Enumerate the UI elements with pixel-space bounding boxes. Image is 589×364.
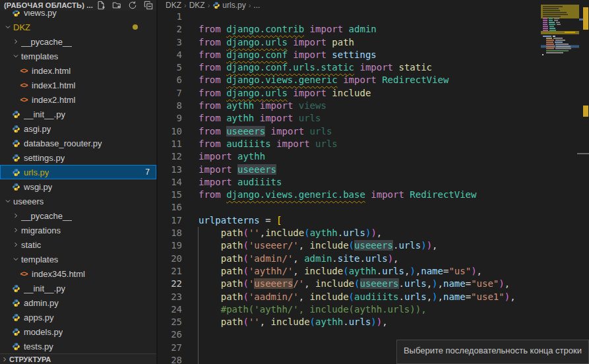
- python-file-icon: [11, 181, 21, 192]
- tree-item-wsgi-py[interactable]: wsgi.py: [0, 179, 156, 194]
- tree-item-templates[interactable]: templates: [0, 252, 156, 266]
- code-text: from aythh import views: [199, 100, 326, 112]
- python-file-icon: [212, 1, 220, 9]
- code-text: from django.urls import include: [199, 87, 371, 100]
- breadcrumb-label: DKZ: [166, 1, 181, 10]
- tree-item--init-py[interactable]: __init__.py: [0, 281, 156, 295]
- collapse-all-icon[interactable]: [143, 0, 154, 11]
- html-file-icon: <>: [18, 65, 29, 76]
- tree-item-apps-py[interactable]: apps.py: [0, 310, 156, 324]
- outline-section-header[interactable]: СТРУКТУРА: [0, 353, 156, 364]
- tree-item-static[interactable]: static: [0, 237, 156, 252]
- tree-item-templates[interactable]: templates: [0, 49, 156, 63]
- code-line-22[interactable]: 22 path('useeers/', include(useeers.urls…: [159, 278, 589, 290]
- tree-item-migrations[interactable]: migrations: [0, 223, 156, 237]
- workspace-title: (РАБОЧАЯ ОБЛАСТЬ) ...: [4, 1, 93, 9]
- line-number: 10: [159, 125, 182, 138]
- chevron-right-icon: [11, 239, 21, 250]
- html-file-icon: <>: [18, 268, 29, 279]
- tree-item-urls-py[interactable]: urls.py7: [0, 165, 156, 179]
- minimap[interactable]: [541, 2, 579, 76]
- breadcrumb-label: ...: [253, 1, 260, 10]
- code-line-13[interactable]: 13import useeers: [159, 164, 589, 176]
- tree-item-admin-py[interactable]: admin.py: [0, 295, 156, 310]
- code-text: path('',include(aythh.urls)),: [199, 227, 382, 239]
- tree-item-label: database_roouter.py: [24, 138, 102, 148]
- tree-item-database-roouter-py[interactable]: database_roouter.py: [0, 136, 156, 150]
- tree-item-label: __pycache__: [21, 211, 72, 221]
- tree-item-label: tests.py: [24, 342, 53, 351]
- code-line-25[interactable]: 25 path('', include(aythh.urls)),: [159, 316, 589, 328]
- breadcrumb-label: urls.py: [222, 1, 245, 10]
- code-line-6[interactable]: 6from django.views.generic import Redire…: [159, 74, 589, 86]
- ruler-warning-mark: [583, 7, 588, 30]
- line-number: 24: [159, 303, 182, 316]
- code-line-2[interactable]: 2from django.contrib import admin: [159, 23, 589, 36]
- python-file-icon: [11, 326, 21, 337]
- line-number: 28: [159, 354, 182, 364]
- code-text: path('aadmin/', include(audiiits.urls,),…: [199, 291, 516, 303]
- tree-item-settings-py[interactable]: settings.py: [0, 150, 156, 165]
- code-area[interactable]: 12from django.contrib import admin3from …: [159, 11, 589, 364]
- editor-pane: DKZ›DKZ›urls.py›... 12from django.contri…: [159, 0, 589, 364]
- chevron-right-icon: [11, 225, 21, 235]
- new-folder-icon[interactable]: [111, 0, 122, 11]
- tree-item--init-py[interactable]: __init__.py: [0, 107, 156, 121]
- tree-item--pycache-[interactable]: __pycache__: [0, 208, 156, 223]
- line-number: 7: [159, 87, 182, 100]
- line-number: 26: [159, 328, 182, 341]
- code-line-12[interactable]: 12import aythh: [159, 150, 589, 163]
- code-line-16[interactable]: 16: [159, 201, 589, 214]
- overview-ruler[interactable]: [579, 0, 589, 364]
- code-line-5[interactable]: 5from django.conf.urls.static import sta…: [159, 61, 589, 74]
- tree-item-label: DKZ: [13, 22, 30, 32]
- tree-item-index345-html[interactable]: <>index345.html: [0, 266, 156, 281]
- code-line-19[interactable]: 19 path('useeer/', include(useeers.urls)…: [159, 239, 589, 252]
- code-line-15[interactable]: 15from django.views.generic.base import …: [159, 189, 589, 201]
- modified-dot-badge: [133, 24, 138, 30]
- breadcrumb-item[interactable]: DKZ: [189, 1, 205, 10]
- code-line-14[interactable]: 14import audiiits: [159, 176, 589, 189]
- code-line-1[interactable]: 1: [159, 11, 589, 23]
- python-file-icon: [11, 341, 21, 351]
- code-line-7[interactable]: 7from django.urls import include: [159, 87, 589, 100]
- code-line-10[interactable]: 10from useeers import urls: [159, 125, 589, 138]
- tree-item-index1-html[interactable]: <>index1.html: [0, 78, 156, 92]
- code-line-8[interactable]: 8from aythh import views: [159, 100, 589, 112]
- tree-item-dkz[interactable]: DKZ: [0, 20, 156, 34]
- code-line-24[interactable]: 24 #path('aythh/', include(aythh.urls)),: [159, 303, 589, 316]
- tree-item-label: index1.html: [32, 80, 75, 90]
- code-line-9[interactable]: 9from aythh import urls: [159, 112, 589, 125]
- line-number: 15: [159, 189, 182, 201]
- tree-item-models-py[interactable]: models.py: [0, 324, 156, 339]
- code-line-3[interactable]: 3from django.urls import path: [159, 36, 589, 49]
- code-line-4[interactable]: 4from django.conf import settings: [159, 49, 589, 61]
- refresh-icon[interactable]: [127, 0, 138, 11]
- breadcrumb-item[interactable]: urls.py: [212, 1, 245, 10]
- tree-item-label: static: [21, 240, 41, 250]
- breadcrumb-item[interactable]: ...: [253, 1, 260, 10]
- tree-item-index-html[interactable]: <>index.html: [0, 63, 156, 78]
- python-file-icon: [11, 167, 21, 177]
- vscode-window: views.pyDKZ__pycache__templates<>index.h…: [0, 0, 589, 364]
- line-number: 12: [159, 150, 182, 163]
- tree-item--pycache-[interactable]: __pycache__: [0, 34, 156, 49]
- tree-item-asgi-py[interactable]: asgi.py: [0, 121, 156, 136]
- code-line-20[interactable]: 20 path('admin/', admin.site.urls),: [159, 253, 589, 265]
- code-line-23[interactable]: 23 path('aadmin/', include(audiiits.urls…: [159, 291, 589, 303]
- line-number: 19: [159, 239, 182, 252]
- tree-item-tests-py[interactable]: tests.py: [0, 339, 156, 353]
- new-file-icon[interactable]: [96, 0, 106, 11]
- code-line-11[interactable]: 11from audiiits import urls: [159, 138, 589, 150]
- code-line-17[interactable]: 17urlpatterns = [: [159, 214, 589, 227]
- tree-item-label: asgi.py: [24, 124, 51, 134]
- python-file-icon: [11, 138, 21, 148]
- tree-item-index2-html[interactable]: <>index2.html: [0, 92, 156, 107]
- breadcrumb-item[interactable]: DKZ: [166, 1, 181, 10]
- line-number: 25: [159, 316, 182, 328]
- tree-item-label: __init__.py: [24, 109, 65, 119]
- code-line-18[interactable]: 18 path('',include(aythh.urls)),: [159, 227, 589, 239]
- code-line-21[interactable]: 21 path('aythh/', include(aythh.urls,),n…: [159, 265, 589, 278]
- tree-item-useeers[interactable]: useeers: [0, 194, 156, 208]
- line-number: 14: [159, 176, 182, 189]
